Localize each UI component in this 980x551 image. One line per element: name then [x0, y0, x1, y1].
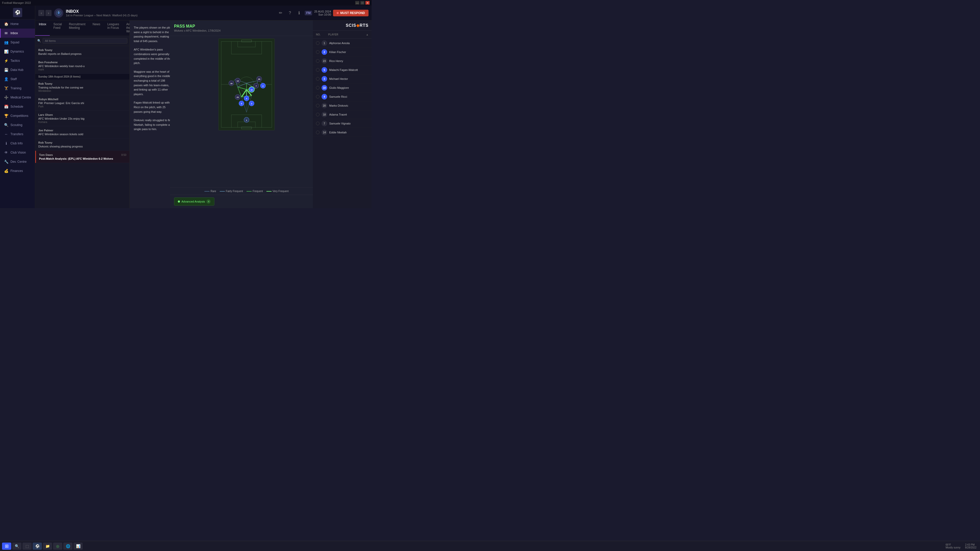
player-row[interactable]: 23 Rico Henry: [313, 57, 372, 65]
fm-badge: FM: [305, 11, 312, 15]
player-visibility-toggle[interactable]: [316, 130, 320, 134]
list-item[interactable]: Robyn Mitchell FW: Premier League: Eric …: [35, 95, 129, 111]
sidebar-item-label-schedule: Schedule: [11, 105, 23, 108]
topbar-actions: ✏ ? ℹ FM 25 AUG 2024 Sun 10:00 MUST RESP…: [277, 10, 369, 17]
player-row[interactable]: 1 Alphonse Areola: [313, 39, 372, 48]
must-respond-button[interactable]: MUST RESPOND: [333, 10, 369, 16]
sidebar-item-transfers[interactable]: ↔ Transfers: [0, 130, 35, 139]
sidebar-item-tactics[interactable]: ⚡ Tactics: [0, 56, 35, 65]
player-visibility-toggle[interactable]: [316, 59, 320, 63]
list-item[interactable]: Joe Palmer AFC Wimbledon season tickets …: [35, 126, 129, 138]
player-number-badge: 1: [321, 40, 327, 46]
close-button[interactable]: ✕: [366, 1, 369, 5]
player-visibility-toggle[interactable]: [316, 104, 320, 107]
list-item[interactable]: Rob Tuvey Training schedule for the comi…: [35, 79, 129, 95]
player-row[interactable]: 7 Samuele Vignato: [313, 119, 372, 128]
day-header: Sunday 18th August 2024 (6 items): [35, 74, 129, 79]
titlebar-controls: — □ ✕: [355, 1, 369, 5]
player-visibility-toggle[interactable]: [316, 68, 320, 72]
player-visibility-toggle[interactable]: [316, 113, 320, 116]
scouting-icon: 🔍: [4, 123, 8, 127]
adv-badge: 4: [207, 200, 210, 203]
maximize-button[interactable]: □: [360, 1, 364, 5]
list-item[interactable]: Rob Tuvey Bandić reports on Ballard prog…: [35, 46, 129, 58]
player-visibility-toggle[interactable]: [316, 77, 320, 81]
player-row[interactable]: 20 Marko Divkovic: [313, 101, 372, 110]
date-block: 25 AUG 2024 Sun 10:00: [314, 10, 331, 16]
sidebar-item-inbox[interactable]: ✉ Inbox: [0, 29, 35, 38]
minimize-button[interactable]: —: [355, 1, 360, 5]
help-button[interactable]: ?: [286, 10, 293, 17]
player-name: Marko Divkovic: [329, 104, 369, 107]
player-visibility-toggle[interactable]: [316, 50, 320, 54]
tab-news[interactable]: News: [89, 21, 104, 36]
player-row[interactable]: 5 Malachi Fagan-Walcott: [313, 65, 372, 75]
msg-preview: mark: [38, 68, 126, 71]
player-visibility-toggle[interactable]: [316, 95, 320, 98]
squad-icon: 👥: [4, 40, 8, 44]
player-row[interactable]: 14 Eddie Nketiah: [313, 128, 372, 137]
sidebar-item-home[interactable]: 🏠 Home: [0, 19, 35, 29]
info-button[interactable]: ℹ: [296, 10, 303, 17]
tab-leagues-in-focus[interactable]: Leagues in Focus: [104, 21, 123, 36]
nav-back-button[interactable]: ‹: [38, 10, 45, 16]
list-item-highlighted[interactable]: Tom Daws 8:50 Post-Match Analysis: (EPL)…: [35, 151, 129, 163]
sort-icon[interactable]: ▲: [366, 33, 369, 36]
player-visibility-toggle[interactable]: [316, 41, 320, 45]
sidebar-item-dynamics[interactable]: 📊 Dynamics: [0, 47, 35, 56]
msg-sender: Lars Olsen: [38, 113, 53, 116]
dynamics-icon: 📊: [4, 49, 8, 54]
date-label: 25 AUG 2024: [314, 10, 331, 13]
list-item[interactable]: Lars Olsen AFC Wimbledon Under 23s enjoy…: [35, 111, 129, 126]
nav-forward-button[interactable]: ›: [45, 10, 52, 16]
legend-fairly-line: [220, 191, 225, 192]
sidebar-item-dev-centre[interactable]: 🔧 Dev. Centre: [0, 157, 35, 166]
msg-preview: Park: [38, 105, 126, 108]
club-vision-icon: 👁: [4, 150, 8, 155]
sidebar-item-schedule[interactable]: 📅 Schedule: [0, 102, 35, 111]
player-row[interactable]: 10 Giulio Maggiore: [313, 83, 372, 92]
tab-inbox[interactable]: Inbox: [35, 21, 50, 36]
sidebar-item-training[interactable]: 🏋 Training: [0, 84, 35, 93]
must-respond-dot: [337, 12, 339, 14]
sidebar-item-finances[interactable]: 💰 Finances: [0, 166, 35, 176]
inbox-tabs: Inbox Social Feed Recruitment Meeting Ne…: [35, 21, 129, 36]
player-visibility-toggle[interactable]: [316, 122, 320, 125]
player-row[interactable]: 3 Michael Hector: [313, 75, 372, 83]
sidebar-item-scouting[interactable]: 🔍 Scouting: [0, 121, 35, 130]
player-row[interactable]: 4 Samuele Ricci: [313, 92, 372, 101]
topbar: ‹ › INBOX 1st in Premier League – Next M…: [35, 6, 372, 21]
list-item[interactable]: Ben Fosuhene AFC Wimbledon weekly loan r…: [35, 58, 129, 74]
tab-social-feed[interactable]: Social Feed: [50, 21, 65, 36]
edit-button[interactable]: ✏: [277, 10, 284, 17]
list-item[interactable]: Rob Tuvey Divkovic showing pleasing prog…: [35, 138, 129, 151]
search-input[interactable]: [43, 38, 127, 44]
msg-header: Robyn Mitchell: [38, 98, 126, 101]
legend-rare-line: [204, 191, 210, 192]
sidebar-item-medical[interactable]: ➕ Medical Centre: [0, 93, 35, 102]
tab-recruitment-meeting[interactable]: Recruitment Meeting: [65, 21, 89, 36]
sidebar-item-label-training: Training: [11, 86, 21, 90]
msg-sender: Robyn Mitchell: [38, 98, 58, 101]
player-list-panel: SCIS◆RTS NO. PLAYER ▲ 1 Alphonse Areola: [313, 21, 372, 208]
msg-subject: AFC Wimbledon season tickets sold: [38, 133, 126, 136]
pass-map-desc-5: Divkovic really struggled to find Nketia…: [134, 118, 174, 132]
schedule-icon: 📅: [4, 104, 8, 109]
player-name: Alphonse Areola: [329, 41, 369, 44]
sidebar-item-data-hub[interactable]: 💾 Data Hub: [0, 65, 35, 75]
sidebar-item-club-vision[interactable]: 👁 Club Vision: [0, 148, 35, 157]
svg-text:20: 20: [258, 78, 260, 80]
player-visibility-toggle[interactable]: [316, 86, 320, 89]
sidebar-item-staff[interactable]: 👤 Staff: [0, 75, 35, 84]
svg-text:7: 7: [256, 85, 257, 87]
advanced-analysis-button[interactable]: Advanced Analysis 4: [174, 197, 215, 206]
sidebar-item-competitions[interactable]: 🏆 Competitions: [0, 111, 35, 121]
player-row[interactable]: 2 Kilian Fischer: [313, 48, 372, 57]
transfers-icon: ↔: [4, 132, 8, 137]
inbox-panel: Inbox Social Feed Recruitment Meeting Ne…: [35, 21, 130, 208]
sidebar-item-club-info[interactable]: ℹ Club Info: [0, 139, 35, 148]
player-row[interactable]: 18 Adama Traoré: [313, 110, 372, 119]
msg-subject: FW: Premier League: Eric García shi: [38, 102, 126, 105]
sidebar-item-squad[interactable]: 👥 Squad: [0, 38, 35, 47]
tactics-icon: ⚡: [4, 59, 8, 63]
